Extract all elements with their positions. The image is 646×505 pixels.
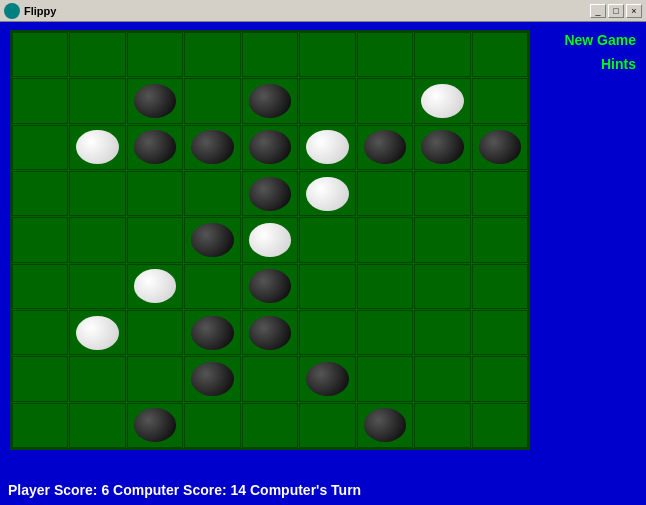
cell[interactable] bbox=[242, 264, 298, 309]
cell[interactable] bbox=[414, 125, 470, 170]
new-game-button[interactable]: New Game bbox=[560, 30, 640, 50]
maximize-button[interactable]: □ bbox=[608, 4, 624, 18]
cell[interactable] bbox=[357, 32, 413, 77]
cell[interactable] bbox=[242, 403, 298, 448]
cell[interactable] bbox=[184, 32, 240, 77]
cell[interactable] bbox=[184, 403, 240, 448]
cell[interactable] bbox=[69, 356, 125, 401]
status-text: Player Score: 6 Computer Score: 14 Compu… bbox=[8, 482, 361, 498]
cell[interactable] bbox=[472, 403, 528, 448]
piece-white bbox=[306, 130, 348, 164]
cell[interactable] bbox=[299, 310, 355, 355]
cell[interactable] bbox=[472, 125, 528, 170]
cell[interactable] bbox=[69, 171, 125, 216]
cell[interactable] bbox=[184, 310, 240, 355]
cell[interactable] bbox=[414, 32, 470, 77]
cell[interactable] bbox=[127, 403, 183, 448]
cell[interactable] bbox=[357, 125, 413, 170]
piece-white bbox=[249, 223, 291, 257]
minimize-button[interactable]: _ bbox=[590, 4, 606, 18]
title-bar-buttons[interactable]: _ □ × bbox=[590, 4, 642, 18]
cell[interactable] bbox=[357, 403, 413, 448]
cell[interactable] bbox=[242, 217, 298, 262]
piece-white bbox=[76, 316, 118, 350]
cell[interactable] bbox=[12, 310, 68, 355]
cell[interactable] bbox=[127, 171, 183, 216]
cell[interactable] bbox=[299, 217, 355, 262]
cell[interactable] bbox=[242, 78, 298, 123]
cell[interactable] bbox=[127, 264, 183, 309]
cell[interactable] bbox=[414, 78, 470, 123]
cell[interactable] bbox=[12, 264, 68, 309]
cell[interactable] bbox=[299, 171, 355, 216]
cell[interactable] bbox=[12, 403, 68, 448]
cell[interactable] bbox=[127, 32, 183, 77]
cell[interactable] bbox=[299, 403, 355, 448]
piece-black bbox=[191, 316, 233, 350]
cell[interactable] bbox=[184, 217, 240, 262]
cell[interactable] bbox=[357, 171, 413, 216]
cell[interactable] bbox=[472, 356, 528, 401]
cell[interactable] bbox=[414, 264, 470, 309]
close-button[interactable]: × bbox=[626, 4, 642, 18]
cell[interactable] bbox=[472, 310, 528, 355]
cell[interactable] bbox=[299, 264, 355, 309]
cell[interactable] bbox=[12, 78, 68, 123]
cell[interactable] bbox=[127, 78, 183, 123]
piece-black bbox=[191, 362, 233, 396]
cell[interactable] bbox=[299, 78, 355, 123]
cell[interactable] bbox=[184, 78, 240, 123]
cell[interactable] bbox=[472, 32, 528, 77]
cell[interactable] bbox=[12, 356, 68, 401]
cell[interactable] bbox=[414, 403, 470, 448]
game-board[interactable] bbox=[10, 30, 530, 450]
cell[interactable] bbox=[357, 217, 413, 262]
cell[interactable] bbox=[242, 32, 298, 77]
cell[interactable] bbox=[69, 78, 125, 123]
cell[interactable] bbox=[184, 171, 240, 216]
piece-black bbox=[364, 408, 406, 442]
cell[interactable] bbox=[472, 264, 528, 309]
piece-black bbox=[249, 177, 291, 211]
cell[interactable] bbox=[69, 310, 125, 355]
cell[interactable] bbox=[299, 356, 355, 401]
cell[interactable] bbox=[242, 310, 298, 355]
cell[interactable] bbox=[127, 125, 183, 170]
cell[interactable] bbox=[12, 217, 68, 262]
cell[interactable] bbox=[69, 32, 125, 77]
cell[interactable] bbox=[127, 217, 183, 262]
hints-button[interactable]: Hints bbox=[597, 54, 640, 74]
cell[interactable] bbox=[69, 403, 125, 448]
cell[interactable] bbox=[69, 217, 125, 262]
cell[interactable] bbox=[472, 217, 528, 262]
cell[interactable] bbox=[299, 32, 355, 77]
cell[interactable] bbox=[184, 264, 240, 309]
cell[interactable] bbox=[414, 310, 470, 355]
cell[interactable] bbox=[127, 356, 183, 401]
cell[interactable] bbox=[472, 78, 528, 123]
cell[interactable] bbox=[299, 125, 355, 170]
cell[interactable] bbox=[357, 356, 413, 401]
cell[interactable] bbox=[357, 264, 413, 309]
cell[interactable] bbox=[184, 356, 240, 401]
app-icon bbox=[4, 3, 20, 19]
cell[interactable] bbox=[184, 125, 240, 170]
cell[interactable] bbox=[12, 171, 68, 216]
piece-black bbox=[134, 84, 176, 118]
cell[interactable] bbox=[414, 171, 470, 216]
cell[interactable] bbox=[472, 171, 528, 216]
cell[interactable] bbox=[242, 356, 298, 401]
cell[interactable] bbox=[12, 125, 68, 170]
cell[interactable] bbox=[242, 171, 298, 216]
cell[interactable] bbox=[127, 310, 183, 355]
cell[interactable] bbox=[69, 264, 125, 309]
cell[interactable] bbox=[414, 356, 470, 401]
cell[interactable] bbox=[69, 125, 125, 170]
status-bar: Player Score: 6 Computer Score: 14 Compu… bbox=[0, 475, 646, 505]
cell[interactable] bbox=[12, 32, 68, 77]
cell[interactable] bbox=[357, 78, 413, 123]
piece-black bbox=[249, 269, 291, 303]
cell[interactable] bbox=[242, 125, 298, 170]
cell[interactable] bbox=[414, 217, 470, 262]
cell[interactable] bbox=[357, 310, 413, 355]
